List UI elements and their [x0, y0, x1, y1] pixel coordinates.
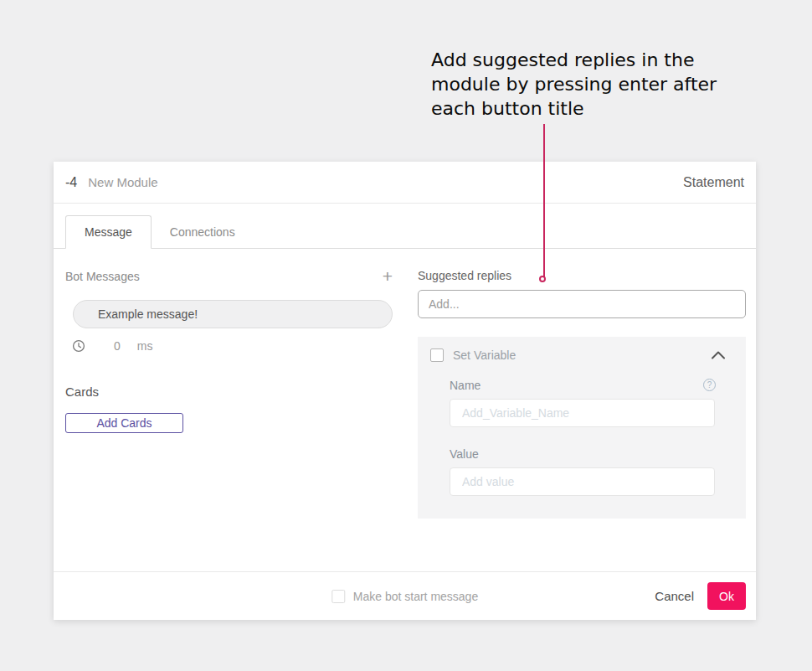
cancel-button[interactable]: Cancel — [655, 589, 694, 603]
start-message-group: Make bot start message — [331, 590, 478, 603]
delay-value-field[interactable]: 0 — [114, 339, 121, 353]
modal-content: Bot Messages + 0 ms Cards Add Cards Sugg… — [54, 249, 756, 519]
help-icon[interactable]: ? — [703, 379, 716, 391]
start-message-label: Make bot start message — [353, 590, 478, 603]
suggested-replies-input[interactable] — [418, 290, 746, 318]
bot-messages-column: Bot Messages + 0 ms Cards Add Cards — [65, 249, 393, 519]
module-name-input[interactable] — [88, 175, 683, 189]
variable-value-row: Value — [450, 446, 716, 461]
module-editor-dialog: -4 Statement Message Connections Bot Mes… — [54, 162, 756, 620]
variable-value-label: Value — [450, 447, 479, 461]
clock-icon — [72, 339, 85, 353]
variable-name-label: Name — [450, 379, 481, 392]
module-id: -4 — [65, 175, 77, 190]
add-cards-button[interactable]: Add Cards — [65, 413, 183, 433]
annotation-text: Add suggested replies in the module by p… — [431, 48, 732, 121]
set-variable-label: Set Variable — [453, 348, 516, 362]
variable-value-input[interactable] — [450, 467, 715, 496]
suggested-replies-label: Suggested replies — [418, 269, 746, 284]
footer-actions: Cancel Ok — [655, 582, 746, 610]
suggested-replies-column: Suggested replies Set Variable Name ? — [418, 249, 746, 519]
variable-name-row: Name ? — [450, 378, 716, 392]
annotation-pointer-line — [543, 124, 545, 276]
add-message-icon[interactable]: + — [383, 270, 393, 283]
module-type-label: Statement — [683, 175, 744, 190]
chevron-up-icon[interactable] — [711, 351, 726, 359]
bot-messages-label: Bot Messages — [65, 270, 140, 283]
set-variable-panel: Set Variable Name ? Value — [418, 337, 746, 519]
variable-name-input[interactable] — [450, 399, 715, 427]
start-message-checkbox[interactable] — [331, 590, 345, 603]
set-variable-checkbox[interactable] — [430, 348, 444, 362]
tab-message[interactable]: Message — [65, 215, 152, 249]
annotation-pointer-dot — [539, 276, 546, 282]
tab-bar: Message Connections — [54, 215, 756, 249]
bot-messages-header: Bot Messages + — [65, 269, 393, 284]
tab-connections[interactable]: Connections — [152, 215, 254, 248]
module-header: -4 Statement — [54, 162, 756, 204]
delay-unit-label: ms — [137, 339, 153, 353]
cards-label: Cards — [65, 385, 393, 399]
message-delay-row: 0 ms — [72, 339, 393, 353]
modal-footer: Make bot start message Cancel Ok — [54, 571, 756, 620]
set-variable-header: Set Variable — [430, 348, 736, 362]
bot-message-input[interactable] — [73, 300, 393, 328]
ok-button[interactable]: Ok — [707, 582, 746, 610]
